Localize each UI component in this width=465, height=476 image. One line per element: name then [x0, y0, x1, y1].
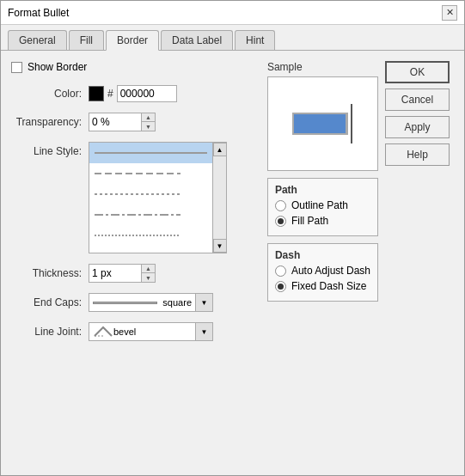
color-input[interactable] — [117, 85, 177, 102]
color-row: Color: # — [11, 85, 257, 102]
fill-path-row: Fill Path — [275, 215, 370, 227]
line-style-item-4[interactable] — [89, 204, 212, 225]
line-style-item-5[interactable] — [89, 225, 212, 246]
end-caps-dropdown-arrow[interactable]: ▼ — [195, 294, 212, 311]
dash-section: Dash Auto Adjust Dash Fixed Dash Size — [267, 243, 378, 302]
line-style-item-2[interactable] — [89, 163, 212, 184]
end-caps-label: End Caps: — [11, 296, 89, 308]
sample-section: Sample — [267, 61, 378, 171]
auto-adjust-dash-row: Auto Adjust Dash — [275, 265, 370, 277]
transparency-down-btn[interactable]: ▼ — [141, 122, 155, 131]
line-joint-select[interactable]: bevel ▼ — [89, 322, 213, 341]
fixed-dash-size-row: Fixed Dash Size — [275, 280, 370, 292]
sample-label: Sample — [267, 61, 378, 73]
line-style-list[interactable] — [89, 142, 213, 253]
show-border-checkbox[interactable] — [11, 62, 22, 73]
line-style-scrollbar[interactable]: ▲ ▼ — [213, 142, 227, 253]
fixed-dash-size-radio[interactable] — [275, 281, 286, 292]
transparency-input[interactable] — [89, 113, 141, 131]
tab-general[interactable]: General — [8, 30, 67, 50]
transparency-spinner-btns: ▲ ▼ — [141, 113, 155, 131]
tab-fill[interactable]: Fill — [69, 30, 104, 50]
transparency-row: Transparency: ▲ ▼ — [11, 113, 257, 131]
line-joint-row: Line Joint: bevel ▼ — [11, 322, 257, 341]
line-joint-value: bevel — [113, 326, 136, 337]
sample-line — [351, 104, 352, 143]
thickness-row: Thickness: ▲ ▼ — [11, 264, 257, 283]
line-joint-preview: bevel — [89, 323, 195, 340]
transparency-label: Transparency: — [11, 116, 89, 128]
line-joint-dropdown-arrow[interactable]: ▼ — [195, 323, 212, 340]
show-border-row: Show Border — [11, 61, 257, 73]
color-label: Color: — [11, 88, 89, 100]
sample-bar-main — [294, 114, 346, 133]
line-style-row: Line Style: — [11, 142, 257, 253]
thickness-spinner-btns: ▲ ▼ — [141, 265, 155, 282]
line-style-item-3[interactable] — [89, 184, 212, 204]
line-joint-icon — [93, 326, 113, 338]
path-label: Path — [275, 184, 370, 196]
show-border-label: Show Border — [28, 61, 87, 73]
path-section: Path Outline Path Fill Path — [267, 178, 378, 236]
transparency-up-btn[interactable]: ▲ — [141, 113, 155, 122]
color-controls: # — [89, 85, 177, 102]
fixed-dash-size-label: Fixed Dash Size — [291, 280, 366, 292]
thickness-down-btn[interactable]: ▼ — [141, 273, 155, 282]
ok-button[interactable]: OK — [385, 61, 450, 83]
format-bullet-dialog: Format Bullet ✕ General Fill Border Data… — [0, 0, 465, 476]
close-button[interactable]: ✕ — [442, 5, 457, 21]
auto-adjust-dash-label: Auto Adjust Dash — [291, 265, 370, 277]
dialog-content: Show Border Color: # Transparency: ▲ — [1, 51, 464, 475]
line-style-item-solid[interactable] — [89, 143, 212, 163]
end-caps-preview: square — [89, 294, 195, 311]
end-caps-value: square — [162, 297, 192, 308]
thickness-up-btn[interactable]: ▲ — [141, 265, 155, 273]
left-panel: Show Border Color: # Transparency: ▲ — [11, 61, 257, 465]
apply-button[interactable]: Apply — [385, 116, 450, 138]
thickness-spinner: ▲ ▼ — [89, 264, 156, 283]
auto-adjust-dash-radio[interactable] — [275, 265, 286, 277]
fill-path-radio[interactable] — [275, 216, 286, 227]
tab-border[interactable]: Border — [106, 30, 159, 51]
tab-hint[interactable]: Hint — [235, 30, 275, 50]
title-bar: Format Bullet ✕ — [1, 1, 464, 25]
thickness-input[interactable] — [89, 265, 141, 282]
fill-path-label: Fill Path — [291, 215, 328, 227]
end-caps-select[interactable]: square ▼ — [89, 293, 213, 312]
line-joint-label: Line Joint: — [11, 326, 89, 338]
tab-data-label[interactable]: Data Label — [161, 30, 233, 50]
sample-box — [267, 76, 378, 171]
button-panel: OK Cancel Apply Help — [385, 61, 454, 465]
main-right: Sample Path — [267, 61, 454, 465]
end-caps-row: End Caps: square ▼ — [11, 293, 257, 312]
cancel-button[interactable]: Cancel — [385, 88, 450, 111]
color-swatch[interactable] — [89, 86, 104, 101]
hash-symbol: # — [107, 88, 113, 100]
dash-label: Dash — [275, 249, 370, 261]
transparency-spinner: ▲ ▼ — [89, 113, 156, 131]
scroll-up-arrow[interactable]: ▲ — [213, 143, 227, 156]
outline-path-row: Outline Path — [275, 199, 370, 211]
scroll-down-arrow[interactable]: ▼ — [213, 239, 227, 253]
scroll-track — [213, 156, 226, 239]
sections-col: Sample Path — [267, 61, 378, 465]
outline-path-label: Outline Path — [291, 199, 348, 211]
line-style-label: Line Style: — [11, 145, 89, 157]
help-button[interactable]: Help — [385, 143, 450, 166]
tab-bar: General Fill Border Data Label Hint — [1, 25, 464, 51]
line-style-container: ▲ ▼ — [89, 142, 227, 253]
sample-chart — [292, 104, 352, 143]
outline-path-radio[interactable] — [275, 200, 286, 211]
sample-visual — [292, 104, 352, 143]
dialog-title: Format Bullet — [8, 7, 69, 19]
thickness-label: Thickness: — [11, 267, 89, 279]
end-caps-line-icon — [93, 302, 157, 304]
